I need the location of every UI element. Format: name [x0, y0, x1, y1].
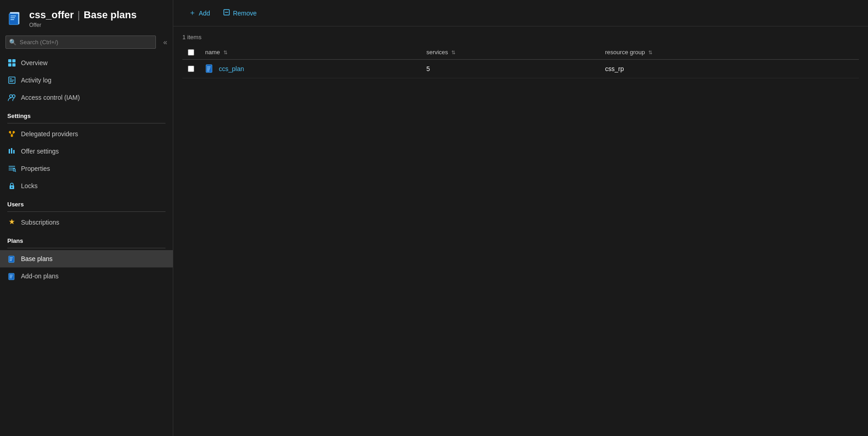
- svg-rect-40: [10, 277, 12, 278]
- remove-icon: [223, 9, 230, 18]
- svg-point-16: [10, 95, 12, 97]
- subscriptions-icon: [7, 218, 16, 227]
- collapse-icon[interactable]: «: [163, 38, 167, 46]
- sidebar-item-label: Offer settings: [21, 148, 59, 155]
- settings-divider: [7, 123, 165, 123]
- col-name[interactable]: name ⇅: [200, 45, 421, 60]
- row-services-cell: 5: [421, 60, 599, 78]
- svg-rect-47: [207, 71, 209, 72]
- users-section-label: Users: [0, 195, 173, 210]
- svg-rect-10: [8, 63, 11, 67]
- svg-rect-45: [207, 68, 210, 69]
- sidebar-item-label: Locks: [21, 182, 38, 190]
- table-row: ccs_plan 5 css_rp: [182, 60, 859, 78]
- sidebar-item-locks[interactable]: Locks: [0, 177, 173, 195]
- users-divider: [7, 211, 165, 212]
- select-all-col: [182, 45, 200, 60]
- row-name-cell: ccs_plan: [200, 60, 421, 78]
- page-subtitle: Offer: [29, 22, 137, 28]
- svg-rect-15: [10, 81, 13, 82]
- svg-rect-9: [12, 59, 16, 62]
- sidebar-item-label: Access control (IAM): [21, 94, 80, 101]
- sidebar-item-access-control[interactable]: Access control (IAM): [0, 89, 173, 106]
- sort-icon-name: ⇅: [223, 50, 227, 56]
- svg-rect-6: [10, 17, 15, 18]
- svg-rect-24: [11, 148, 12, 154]
- svg-rect-7: [10, 19, 14, 20]
- svg-point-20: [11, 135, 13, 137]
- svg-point-32: [11, 187, 13, 188]
- sidebar-item-activity-log[interactable]: Activity log: [0, 72, 173, 89]
- svg-line-30: [15, 171, 16, 172]
- table-header-row: name ⇅ services ⇅ resource group ⇅: [182, 45, 859, 60]
- data-table: name ⇅ services ⇅ resource group ⇅: [182, 45, 859, 78]
- search-input[interactable]: [5, 36, 156, 49]
- svg-rect-35: [10, 259, 12, 260]
- sidebar-item-addon-plans[interactable]: Add-on plans: [0, 267, 173, 285]
- svg-rect-39: [10, 276, 12, 277]
- resource-icon: [7, 10, 24, 27]
- sidebar-item-subscriptions[interactable]: Subscriptions: [0, 214, 173, 231]
- svg-rect-13: [10, 78, 12, 79]
- plan-icon: [205, 64, 214, 73]
- svg-line-21: [10, 133, 12, 135]
- svg-rect-8: [8, 59, 11, 62]
- svg-rect-36: [10, 260, 12, 261]
- svg-rect-34: [10, 257, 13, 258]
- items-count: 1 items: [182, 34, 859, 41]
- plans-divider: [7, 248, 165, 248]
- svg-point-18: [9, 131, 11, 133]
- sort-icon-services: ⇅: [451, 50, 455, 56]
- sidebar-item-delegated-providers[interactable]: Delegated providers: [0, 125, 173, 143]
- base-plans-icon: [7, 254, 16, 263]
- delegated-icon: [7, 129, 16, 138]
- col-resource-group[interactable]: resource group ⇅: [599, 45, 859, 60]
- offer-settings-icon: [7, 147, 16, 156]
- sidebar-item-label: Base plans: [21, 255, 52, 262]
- sidebar-item-label: Activity log: [21, 77, 52, 84]
- remove-button[interactable]: Remove: [217, 6, 263, 21]
- locks-icon: [7, 181, 16, 190]
- sidebar-header: css_offer|Base plans Offer: [0, 0, 173, 36]
- svg-rect-46: [207, 69, 210, 70]
- sidebar-item-base-plans[interactable]: Base plans: [0, 250, 173, 267]
- svg-rect-14: [10, 80, 14, 81]
- select-all-checkbox[interactable]: [188, 49, 194, 56]
- row-checkbox[interactable]: [188, 66, 194, 72]
- svg-rect-44: [207, 67, 211, 67]
- sidebar-item-label: Subscriptions: [21, 219, 59, 226]
- row-resource-group-cell: css_rp: [599, 60, 859, 78]
- addon-plans-icon: [7, 272, 16, 281]
- row-name-link[interactable]: ccs_plan: [219, 65, 244, 72]
- sidebar-header-text: css_offer|Base plans Offer: [29, 9, 137, 28]
- main-content: ＋ Add Remove 1 items: [173, 0, 868, 436]
- svg-rect-25: [13, 150, 15, 154]
- overview-icon: [7, 58, 16, 67]
- sidebar-item-label: Delegated providers: [21, 130, 78, 138]
- table-area: 1 items name ⇅ services ⇅: [173, 26, 868, 436]
- activity-log-icon: [7, 76, 16, 85]
- sidebar-item-label: Add-on plans: [21, 272, 59, 280]
- svg-point-19: [13, 131, 15, 133]
- svg-line-22: [12, 133, 14, 135]
- iam-icon: [7, 93, 16, 102]
- row-checkbox-cell: [182, 60, 200, 78]
- sidebar-item-overview[interactable]: Overview: [0, 54, 173, 72]
- sidebar-item-label: Properties: [21, 165, 50, 172]
- svg-rect-38: [10, 275, 13, 276]
- sort-icon-resource-group: ⇅: [648, 50, 652, 56]
- sidebar-item-properties[interactable]: Properties: [0, 160, 173, 177]
- add-icon: ＋: [189, 8, 196, 18]
- col-services[interactable]: services ⇅: [421, 45, 599, 60]
- svg-point-17: [12, 95, 15, 97]
- page-title: css_offer|Base plans: [29, 9, 137, 21]
- properties-icon: [7, 164, 16, 173]
- sidebar-item-offer-settings[interactable]: Offer settings: [0, 143, 173, 160]
- search-icon: 🔍: [9, 39, 16, 46]
- sidebar: css_offer|Base plans Offer 🔍 « Overview: [0, 0, 173, 436]
- plans-section-label: Plans: [0, 231, 173, 246]
- svg-rect-11: [12, 63, 16, 67]
- settings-section-label: Settings: [0, 106, 173, 121]
- add-button[interactable]: ＋ Add: [182, 5, 217, 21]
- sidebar-item-label: Overview: [21, 59, 47, 67]
